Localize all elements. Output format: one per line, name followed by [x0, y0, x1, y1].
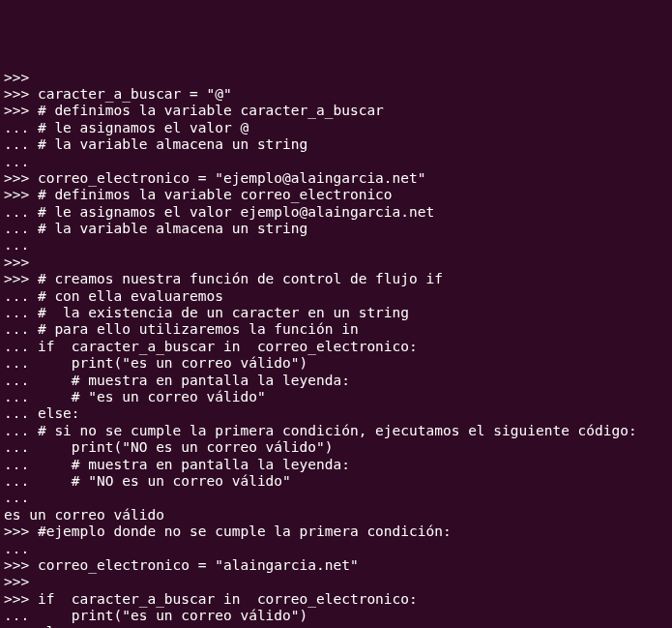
terminal-line: ...: [4, 237, 668, 254]
terminal-line: >>> # definimos la variable correo_elect…: [4, 187, 668, 203]
terminal-line: ... print("es un correo válido"): [4, 608, 668, 624]
terminal-line: ... # le asignamos el valor @: [4, 120, 668, 136]
terminal-line: >>> if caracter_a_buscar in correo_elect…: [4, 591, 668, 608]
terminal-line: ... else:: [4, 405, 668, 422]
terminal-line: ... # muestra en pantalla la leyenda:: [4, 373, 668, 389]
terminal-line: ...: [4, 490, 668, 506]
terminal-line: >>>: [4, 574, 668, 590]
terminal-line: ... # con ella evaluaremos: [4, 288, 668, 305]
terminal-line: ... print("NO es un correo válido"): [4, 439, 668, 456]
terminal-line: ... # muestra en pantalla la leyenda:: [4, 457, 668, 473]
terminal-line: >>> #ejemplo donde no se cumple la prime…: [4, 523, 668, 540]
terminal-line: >>>: [4, 70, 668, 86]
terminal-line: ... else:: [4, 624, 668, 628]
terminal-line: >>> correo_electronico = "ejemplo@alaing…: [4, 170, 668, 187]
terminal-line: ... if caracter_a_buscar in correo_elect…: [4, 339, 668, 355]
terminal-line: ... # para ello utilizaremos la función …: [4, 321, 668, 338]
terminal-line: ... # le asignamos el valor ejemplo@alai…: [4, 204, 668, 221]
terminal-line: ... # "es un correo válido": [4, 389, 668, 405]
terminal-line: ... # si no se cumple la primera condici…: [4, 423, 668, 439]
terminal-line: ...: [4, 154, 668, 170]
terminal-line: ...: [4, 541, 668, 557]
terminal-line: >>> correo_electronico = "alaingarcia.ne…: [4, 557, 668, 574]
terminal-line: ... # la existencia de un caracter en un…: [4, 305, 668, 321]
terminal-line: >>> # definimos la variable caracter_a_b…: [4, 103, 668, 119]
terminal-line: >>> # creamos nuestra función de control…: [4, 271, 668, 287]
terminal-line: ... # "NO es un correo válido": [4, 473, 668, 490]
terminal-output[interactable]: >>>>>> caracter_a_buscar = "@">>> # defi…: [4, 70, 668, 628]
terminal-line: ... # la variable almacena un string: [4, 221, 668, 237]
terminal-line: ... print("es un correo válido"): [4, 355, 668, 372]
terminal-line: >>> caracter_a_buscar = "@": [4, 86, 668, 103]
terminal-line: >>>: [4, 254, 668, 271]
terminal-line: ... # la variable almacena un string: [4, 136, 668, 153]
terminal-line: es un correo válido: [4, 507, 668, 523]
